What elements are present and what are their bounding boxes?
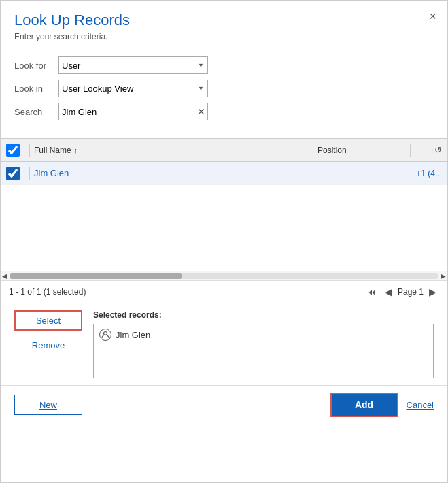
- col-refresh: I ↺: [415, 145, 442, 155]
- search-input[interactable]: [58, 103, 208, 120]
- dialog-title: Look Up Records: [14, 12, 434, 29]
- scrollbar-track[interactable]: [10, 273, 438, 279]
- lookup-records-dialog: Look Up Records Enter your search criter…: [0, 0, 448, 483]
- page-label: Page 1: [398, 287, 424, 297]
- next-page-button[interactable]: ▶: [426, 285, 439, 299]
- look-in-label: Look in: [14, 84, 58, 94]
- search-wrapper: ✕: [58, 103, 208, 120]
- selected-records-box: Jim Glen: [93, 324, 434, 378]
- cancel-button[interactable]: Cancel: [407, 400, 434, 410]
- prev-page-button[interactable]: ◀: [382, 285, 395, 299]
- row-col-divider: [29, 167, 30, 180]
- dialog-footer: New Add Cancel: [1, 385, 447, 424]
- col-position-header[interactable]: Position: [317, 146, 406, 155]
- search-clear-button[interactable]: ✕: [197, 107, 205, 116]
- row-checkbox[interactable]: [6, 167, 20, 180]
- col-fullname-header[interactable]: Full Name ↑: [34, 146, 309, 155]
- selected-section: Select Remove Selected records: Jim Glen: [1, 303, 447, 385]
- scroll-left-arrow[interactable]: ◀: [2, 272, 10, 280]
- col-divider-2: [313, 144, 313, 157]
- look-in-row: Look in User Lookup View: [14, 80, 434, 97]
- pagination-controls: ⏮ ◀ Page 1 ▶: [364, 285, 439, 299]
- col-divider-1: [29, 144, 30, 157]
- table-body: Jim Glen +1 (4...: [1, 162, 447, 271]
- scrollbar-thumb[interactable]: [10, 273, 182, 279]
- search-label: Search: [14, 107, 58, 117]
- selected-buttons: Select Remove: [14, 310, 82, 354]
- add-button[interactable]: Add: [330, 393, 398, 417]
- pagination-info: 1 - 1 of 1 (1 selected): [9, 287, 86, 297]
- look-for-select-wrapper: User: [58, 56, 208, 74]
- refresh-button[interactable]: ↺: [434, 145, 442, 155]
- dialog-header: Look Up Records Enter your search criter…: [1, 1, 447, 56]
- row-name[interactable]: Jim Glen: [34, 168, 408, 178]
- look-for-row: Look for User: [14, 56, 434, 74]
- look-for-select[interactable]: User: [58, 56, 208, 74]
- scroll-right-arrow[interactable]: ▶: [438, 272, 446, 280]
- col-pipe: I: [431, 146, 433, 154]
- search-row: Search ✕: [14, 103, 434, 120]
- table-row: Jim Glen +1 (4...: [1, 162, 447, 185]
- look-in-select[interactable]: User Lookup View: [58, 80, 208, 97]
- remove-button[interactable]: Remove: [14, 336, 82, 354]
- first-page-button[interactable]: ⏮: [364, 285, 379, 299]
- close-button[interactable]: ×: [429, 10, 436, 22]
- selected-item: Jim Glen: [99, 329, 428, 341]
- look-in-select-wrapper: User Lookup View: [58, 80, 208, 97]
- selected-records-panel: Selected records: Jim Glen: [93, 310, 434, 378]
- table-header: Full Name ↑ Position I ↺: [1, 139, 447, 162]
- dialog-subtitle: Enter your search criteria.: [14, 32, 434, 41]
- select-button[interactable]: Select: [14, 310, 82, 331]
- row-extra: +1 (4...: [408, 169, 442, 178]
- user-avatar-icon: [99, 329, 111, 341]
- selected-item-name: Jim Glen: [116, 330, 150, 340]
- sort-arrow-icon: ↑: [74, 146, 78, 154]
- form-section: Look for User Look in User Lookup View S…: [1, 56, 447, 133]
- horizontal-scrollbar[interactable]: ◀ ▶: [1, 271, 447, 280]
- new-button[interactable]: New: [14, 395, 82, 415]
- select-all-checkbox[interactable]: [6, 144, 20, 157]
- col-divider-3: [410, 144, 411, 157]
- selected-records-label: Selected records:: [93, 310, 434, 320]
- pagination-row: 1 - 1 of 1 (1 selected) ⏮ ◀ Page 1 ▶: [1, 280, 447, 303]
- footer-right: Add Cancel: [330, 393, 434, 417]
- look-for-label: Look for: [14, 61, 58, 71]
- results-table: Full Name ↑ Position I ↺ Jim Glen +1 (4.…: [1, 138, 447, 303]
- new-button-label: New: [39, 400, 57, 410]
